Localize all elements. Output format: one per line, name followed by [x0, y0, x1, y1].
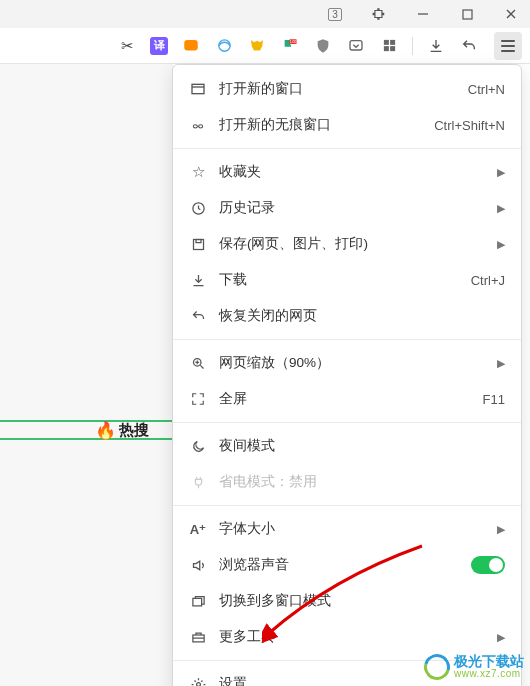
- gear-icon: [187, 677, 209, 687]
- menu-power-saving: 省电模式：禁用: [173, 464, 521, 500]
- svg-line-21: [200, 365, 203, 368]
- svg-text:1.00: 1.00: [290, 40, 297, 44]
- moon-icon: [187, 439, 209, 454]
- menu-separator: [173, 505, 521, 506]
- svg-rect-24: [192, 598, 201, 606]
- menu-new-incognito[interactable]: 打开新的无痕窗口 Ctrl+Shift+N: [173, 107, 521, 143]
- undo-icon[interactable]: [459, 36, 479, 56]
- svg-point-26: [196, 682, 200, 686]
- coupon-icon[interactable]: 1.00: [280, 36, 300, 56]
- sound-toggle[interactable]: [471, 556, 505, 574]
- svg-rect-9: [390, 40, 395, 45]
- chevron-right-icon: ▶: [497, 202, 505, 215]
- pocket-icon[interactable]: [346, 36, 366, 56]
- zoom-icon: [187, 356, 209, 371]
- svg-rect-10: [383, 46, 388, 51]
- svg-point-15: [199, 125, 203, 128]
- scissors-icon[interactable]: ✂: [117, 36, 137, 56]
- svg-rect-19: [196, 239, 201, 242]
- plug-icon: [187, 475, 209, 490]
- menu-separator: [173, 148, 521, 149]
- menu-night-mode[interactable]: 夜间模式: [173, 428, 521, 464]
- svg-rect-18: [193, 239, 203, 249]
- svg-rect-12: [192, 84, 204, 93]
- star-icon: ☆: [187, 163, 209, 181]
- svg-rect-1: [463, 10, 472, 19]
- chevron-right-icon: ▶: [497, 523, 505, 536]
- chevron-right-icon: ▶: [497, 166, 505, 179]
- chevron-right-icon: ▶: [497, 238, 505, 251]
- multiwindow-icon: [187, 594, 209, 609]
- menu-more-tools[interactable]: 更多工具 ▶: [173, 619, 521, 655]
- menu-browser-sound[interactable]: 浏览器声音: [173, 547, 521, 583]
- apps-grid-icon[interactable]: [379, 36, 399, 56]
- shield-icon[interactable]: [313, 36, 333, 56]
- download-arrow-icon: [187, 273, 209, 288]
- font-icon: A⁺: [187, 522, 209, 537]
- menu-favorites[interactable]: ☆ 收藏夹 ▶: [173, 154, 521, 190]
- watermark-logo-icon: [419, 649, 455, 685]
- menu-fullscreen[interactable]: 全屏 F11: [173, 381, 521, 417]
- menu-save[interactable]: 保存(网页、图片、打印) ▶: [173, 226, 521, 262]
- download-icon[interactable]: [426, 36, 446, 56]
- extension-icon[interactable]: [364, 7, 394, 21]
- hot-search-label[interactable]: 🔥 热搜: [95, 420, 149, 441]
- speaker-icon: [187, 558, 209, 573]
- flame-icon: 🔥: [95, 420, 116, 441]
- chevron-right-icon: ▶: [497, 357, 505, 370]
- translate-icon[interactable]: 译: [150, 37, 168, 55]
- svg-rect-11: [390, 46, 395, 51]
- main-menu-button[interactable]: [494, 32, 522, 60]
- window-icon: [187, 81, 209, 97]
- clock-icon: [187, 201, 209, 216]
- svg-point-14: [193, 125, 197, 128]
- incognito-icon: [187, 117, 209, 133]
- browser-toolbar: ✂ 译 1.00: [0, 28, 530, 64]
- menu-download[interactable]: 下载 Ctrl+J: [173, 262, 521, 298]
- maximize-button[interactable]: [452, 9, 482, 20]
- menu-zoom[interactable]: 网页缩放（90%） ▶: [173, 345, 521, 381]
- svg-point-4: [218, 40, 229, 51]
- main-menu-dropdown: 打开新的窗口 Ctrl+N 打开新的无痕窗口 Ctrl+Shift+N ☆ 收藏…: [172, 64, 522, 686]
- menu-restore-closed[interactable]: 恢复关闭的网页: [173, 298, 521, 334]
- menu-new-window[interactable]: 打开新的窗口 Ctrl+N: [173, 71, 521, 107]
- chevron-right-icon: ▶: [497, 631, 505, 644]
- close-button[interactable]: [496, 8, 526, 20]
- save-icon: [187, 237, 209, 252]
- minimize-button[interactable]: [408, 8, 438, 20]
- menu-multiwindow[interactable]: 切换到多窗口模式: [173, 583, 521, 619]
- menu-separator: [173, 339, 521, 340]
- fullscreen-icon: [187, 392, 209, 406]
- menu-history[interactable]: 历史记录 ▶: [173, 190, 521, 226]
- watermark: 极光下载站 www.xz7.com: [424, 654, 524, 680]
- svg-rect-7: [350, 40, 362, 49]
- toolbox-icon: [187, 630, 209, 645]
- restore-icon: [187, 309, 209, 324]
- svg-rect-8: [383, 40, 388, 45]
- tab-count-badge: 3: [320, 8, 350, 21]
- menu-font-size[interactable]: A⁺ 字体大小 ▶: [173, 511, 521, 547]
- window-titlebar: 3: [0, 0, 530, 28]
- browser-logo-icon[interactable]: [214, 36, 234, 56]
- menu-separator: [173, 422, 521, 423]
- gamepad-icon[interactable]: [181, 36, 201, 56]
- fox-icon[interactable]: [247, 36, 267, 56]
- page-background: [0, 64, 173, 686]
